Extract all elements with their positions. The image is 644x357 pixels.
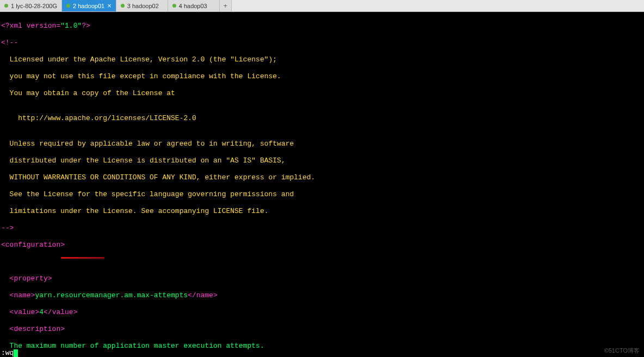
value-close: </value> [44, 308, 77, 316]
name-open: <name> [10, 291, 35, 299]
tab-1[interactable]: 1 lyc-80-28-200G [0, 0, 62, 11]
watermark: ©51CTO博客 [604, 347, 640, 355]
xml-decl-open: <?xml [1, 22, 27, 30]
annotation-underline [61, 257, 104, 259]
config-open: <configuration> [1, 241, 65, 249]
status-text: :wq [0, 349, 14, 357]
add-tab-button[interactable]: + [220, 0, 232, 11]
prop-value: 4 [39, 308, 44, 316]
xml-decl-attr: version= [27, 22, 60, 30]
license-line: Licensed under the Apache License, Versi… [0, 55, 644, 64]
tab-label: 1 lyc-80-28-200G [11, 3, 57, 9]
tab-bar: 1 lyc-80-28-200G 2 hadoop01 × 3 hadoop02… [0, 0, 644, 12]
license-line: you may not use this file except in comp… [0, 72, 644, 81]
license-line: http://www.apache.org/licenses/LICENSE-2… [0, 114, 644, 123]
prop-open: <property> [10, 274, 52, 283]
tab-label: 3 hadoop02 [127, 3, 159, 9]
tab-3[interactable]: 3 hadoop02 [116, 0, 168, 11]
tab-label: 2 hadoop01 [73, 3, 104, 9]
license-line: See the License for the specific languag… [0, 190, 644, 199]
prop-desc: The maximum number of application master… [1, 342, 264, 350]
comment-open: <!-- [1, 39, 18, 47]
vim-status-line: :wq [0, 349, 18, 357]
status-dot-icon [121, 4, 125, 8]
terminal-editor[interactable]: <?xml version="1.0"?> <!-- Licensed unde… [0, 12, 644, 357]
license-line: distributed under the License is distrib… [0, 156, 644, 165]
tab-label: 4 hadop03 [179, 3, 207, 9]
name-close: </name> [188, 291, 218, 299]
close-icon[interactable]: × [107, 2, 112, 9]
xml-decl-val: "1.0" [60, 22, 82, 30]
license-line: Unless required by applicable law or agr… [0, 140, 644, 148]
desc-open: <description> [10, 325, 65, 333]
cursor-icon [14, 349, 18, 357]
license-line: limitations under the License. See accom… [0, 207, 644, 216]
xml-decl-close: ?> [82, 22, 90, 30]
status-dot-icon [4, 4, 8, 8]
license-line: You may obtain a copy of the License at [0, 89, 644, 98]
comment-close: --> [1, 224, 14, 232]
value-open: <value> [10, 308, 40, 316]
status-dot-icon [66, 4, 70, 8]
status-dot-icon [172, 4, 176, 8]
prop-name: yarn.resourcemanager.am.max-attempts [35, 291, 188, 299]
tab-4[interactable]: 4 hadop03 [168, 0, 220, 11]
license-line: WITHOUT WARRANTIES OR CONDITIONS OF ANY … [0, 173, 644, 182]
tab-2[interactable]: 2 hadoop01 × [62, 0, 116, 11]
